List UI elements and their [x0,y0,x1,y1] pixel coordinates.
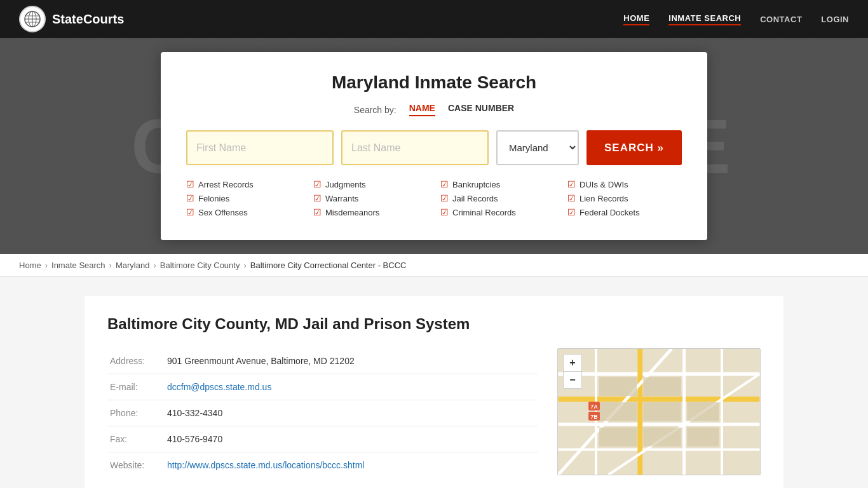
info-field-value: 410-332-4340 [165,400,538,426]
check-item: ☑Federal Dockets [567,207,682,217]
check-label: Lien Records [580,194,628,203]
checkbox-icon: ☑ [567,193,576,203]
sep-3: › [153,261,156,270]
checkbox-icon: ☑ [186,207,194,217]
breadcrumb-county[interactable]: Baltimore City County [160,261,240,270]
website-link[interactable]: http://www.dpscs.state.md.us/locations/b… [167,460,364,470]
map-zoom-out[interactable]: − [564,372,581,388]
search-by-label: Search by: [354,105,397,115]
checkbox-icon: ☑ [440,193,449,203]
tab-name[interactable]: NAME [409,103,435,116]
info-row: Address:901 Greenmount Avenue, Baltimore… [107,348,538,374]
svg-rect-24 [688,428,719,447]
facility-title: Baltimore City County, MD Jail and Priso… [107,315,761,333]
logo-text: StateCourts [52,12,124,27]
content-card: Baltimore City County, MD Jail and Priso… [85,296,783,488]
checkbox-icon: ☑ [567,207,576,217]
check-item: ☑Lien Records [567,193,682,203]
breadcrumb: Home › Inmate Search › Maryland › Baltim… [0,254,868,277]
search-title: Maryland Inmate Search [186,72,682,93]
logo[interactable]: StateCourts [19,6,124,32]
checkbox-icon: ☑ [440,179,449,189]
info-row: Website:http://www.dpscs.state.md.us/loc… [107,452,538,478]
info-field-label: Fax: [107,426,165,452]
check-item: ☑Judgments [313,179,428,189]
first-name-input[interactable] [186,130,334,165]
check-item: ☑Felonies [186,193,301,203]
email-link[interactable]: dccfm@dpscs.state.md.us [167,382,271,392]
info-field-label: Phone: [107,400,165,426]
check-label: Bankruptcies [452,180,500,189]
checkbox-icon: ☑ [186,179,194,189]
search-inputs-row: Maryland Alabama Alaska Arizona Californ… [186,130,682,165]
checkbox-icon: ☑ [313,193,322,203]
check-label: Misdemeanors [325,208,379,217]
info-table: Address:901 Greenmount Avenue, Baltimore… [107,348,538,478]
map-svg: 7A 7B [558,349,760,475]
svg-rect-22 [599,428,637,447]
nav-login[interactable]: LOGIN [821,15,849,24]
state-select[interactable]: Maryland Alabama Alaska Arizona Californ… [496,130,579,165]
main-nav: HOME INMATE SEARCH CONTACT LOGIN [623,13,849,25]
check-item: ☑Misdemeanors [313,207,428,217]
info-row: E-mail:dccfm@dpscs.state.md.us [107,374,538,400]
check-item: ☑Jail Records [440,193,555,203]
check-label: Warrants [325,194,358,203]
sep-2: › [109,261,112,270]
map-container: + − [557,348,761,475]
info-field-label: Website: [107,452,165,478]
tab-case-number[interactable]: CASE NUMBER [448,103,514,116]
check-item: ☑Arrest Records [186,179,301,189]
info-row: Phone:410-332-4340 [107,400,538,426]
checkbox-icon: ☑ [313,179,322,189]
svg-rect-18 [643,377,681,396]
map-zoom-controls: + − [563,354,582,389]
info-field-value[interactable]: dccfm@dpscs.state.md.us [165,374,538,400]
check-label: Jail Records [452,194,498,203]
check-label: Judgments [325,180,366,189]
check-label: Arrest Records [198,180,254,189]
hero-section: COURTHOUSE Maryland Inmate Search Search… [0,38,868,254]
breadcrumb-inmate-search[interactable]: Inmate Search [51,261,105,270]
svg-rect-20 [643,402,681,421]
site-header: StateCourts HOME INMATE SEARCH CONTACT L… [0,0,868,38]
svg-rect-21 [688,402,719,421]
search-button[interactable]: SEARCH » [587,130,682,165]
logo-icon [19,6,46,32]
content-with-map: Address:901 Greenmount Avenue, Baltimore… [107,348,761,478]
info-field-label: E-mail: [107,374,165,400]
info-row: Fax:410-576-9470 [107,426,538,452]
nav-home[interactable]: HOME [623,13,649,25]
checkbox-icon: ☑ [186,193,194,203]
check-item: ☑Criminal Records [440,207,555,217]
search-by-row: Search by: NAME CASE NUMBER [186,103,682,116]
search-card: Maryland Inmate Search Search by: NAME C… [161,52,707,240]
last-name-input[interactable] [341,130,489,165]
info-field-value[interactable]: http://www.dpscs.state.md.us/locations/b… [165,452,538,478]
check-label: Felonies [198,194,229,203]
check-label: Sex Offenses [198,208,248,217]
info-section: Address:901 Greenmount Avenue, Baltimore… [107,348,538,478]
sep-1: › [45,261,48,270]
svg-text:7B: 7B [590,414,598,420]
svg-rect-23 [643,428,681,447]
info-field-value: 901 Greenmount Avenue, Baltimore, MD 212… [165,348,538,374]
svg-rect-17 [599,377,637,396]
breadcrumb-maryland[interactable]: Maryland [116,261,149,270]
info-field-value: 410-576-9470 [165,426,538,452]
checkbox-icon: ☑ [567,179,576,189]
map-zoom-in[interactable]: + [564,355,581,371]
check-item: ☑DUIs & DWIs [567,179,682,189]
check-label: Federal Dockets [580,208,640,217]
main-content: Baltimore City County, MD Jail and Priso… [0,277,868,488]
nav-contact[interactable]: CONTACT [760,15,802,24]
sep-4: › [243,261,246,270]
check-label: DUIs & DWIs [580,180,628,189]
info-field-label: Address: [107,348,165,374]
check-item: ☑Bankruptcies [440,179,555,189]
nav-inmate-search[interactable]: INMATE SEARCH [668,13,741,25]
breadcrumb-current: Baltimore City Correctional Center - BCC… [250,261,407,270]
svg-rect-19 [599,402,637,421]
breadcrumb-home[interactable]: Home [19,261,41,270]
record-types-grid: ☑Arrest Records☑Judgments☑Bankruptcies☑D… [186,179,682,217]
